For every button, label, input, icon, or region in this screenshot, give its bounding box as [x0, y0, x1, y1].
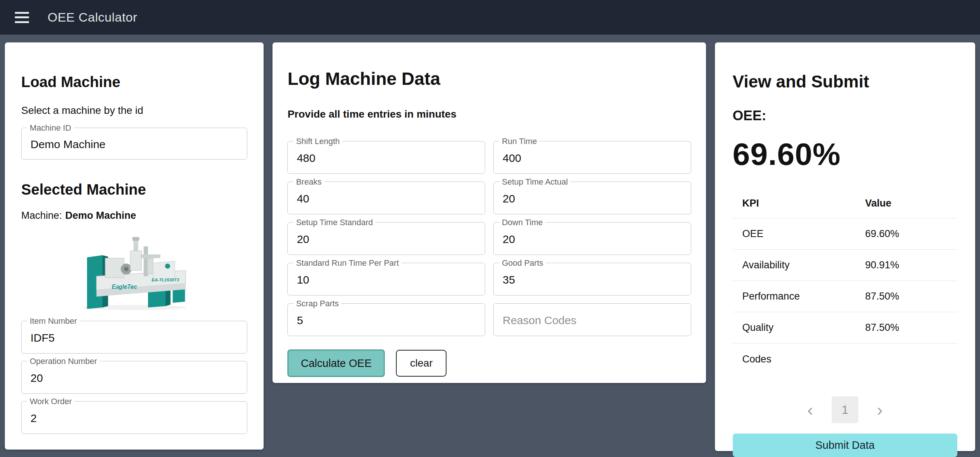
standard-run-time-per-part-value: 10: [297, 273, 309, 286]
machine-id-select[interactable]: Machine ID Demo Machine: [21, 128, 247, 160]
kpi-cell: Availability: [733, 259, 865, 271]
machine-id-label: Machine ID: [27, 123, 73, 133]
table-row-availability: Availability 90.91%: [733, 250, 957, 281]
kpi-table-header: KPI Value: [733, 189, 957, 219]
standard-run-time-per-part-label: Standard Run Time Per Part: [293, 258, 401, 268]
calculate-oee-button[interactable]: Calculate OEE: [287, 350, 385, 377]
setup-time-actual-field[interactable]: Setup Time Actual 20: [493, 182, 691, 214]
oee-label: OEE:: [733, 108, 957, 123]
menu-icon[interactable]: [15, 12, 29, 23]
page-1-button[interactable]: 1: [832, 396, 858, 423]
item-number-value: IDF5: [30, 332, 55, 344]
table-row-quality: Quality 87.50%: [733, 312, 957, 344]
table-row-codes: Codes: [733, 344, 957, 375]
kpi-header: KPI: [733, 198, 865, 209]
item-number-field[interactable]: Item Number IDF5: [21, 321, 247, 353]
work-order-value: 2: [30, 412, 37, 425]
selected-machine-title: Selected Machine: [21, 181, 247, 198]
log-machine-data-panel: Log Machine Data Provide all time entrie…: [272, 42, 706, 383]
kpi-cell: Codes: [733, 353, 865, 365]
chevron-right-icon[interactable]: ›: [874, 401, 886, 418]
pagination: ‹ 1 ›: [733, 396, 957, 423]
reason-codes-field[interactable]: Reason Codes: [493, 303, 691, 336]
scrap-parts-label: Scrap Parts: [293, 299, 341, 308]
time-entry-grid: Shift Length 480 Run Time 400 Breaks 40 …: [287, 141, 691, 336]
breaks-field[interactable]: Breaks 40: [287, 182, 485, 214]
setup-time-actual-value: 20: [503, 192, 515, 205]
kpi-cell: Performance: [733, 291, 865, 302]
load-machine-title: Load Machine: [21, 74, 247, 90]
machine-model-label: EA-TL1530T3: [152, 277, 180, 282]
run-time-field[interactable]: Run Time 400: [493, 141, 691, 174]
operation-number-label: Operation Number: [27, 356, 100, 366]
value-cell: 87.50%: [865, 322, 957, 334]
clear-button[interactable]: clear: [396, 350, 447, 377]
selected-machine-line: Machine:Demo Machine: [21, 210, 247, 221]
submit-data-button[interactable]: Submit Data: [733, 433, 957, 457]
main-content: Load Machine Select a machine by the id …: [0, 35, 980, 451]
top-app-bar: OEE Calculator: [0, 0, 980, 35]
good-parts-label: Good Parts: [499, 258, 546, 268]
table-row-performance: Performance 87.50%: [733, 281, 957, 312]
view-submit-title: View and Submit: [733, 72, 957, 91]
table-row-oee: OEE 69.60%: [733, 219, 957, 250]
load-machine-panel: Load Machine Select a machine by the id …: [5, 42, 264, 449]
item-number-label: Item Number: [27, 316, 80, 326]
breaks-label: Breaks: [293, 177, 324, 187]
good-parts-value: 35: [503, 273, 515, 286]
machine-prefix: Machine:: [21, 210, 62, 221]
setup-time-standard-field[interactable]: Setup Time Standard 20: [287, 222, 485, 255]
setup-time-actual-label: Setup Time Actual: [499, 177, 570, 187]
down-time-label: Down Time: [499, 218, 546, 227]
view-submit-panel: View and Submit OEE: 69.60% KPI Value OE…: [715, 42, 975, 451]
time-entries-note: Provide all time entries in minutes: [287, 108, 691, 120]
shift-length-value: 480: [297, 152, 315, 165]
work-order-field[interactable]: Work Order 2: [21, 401, 247, 434]
machine-id-value: Demo Machine: [30, 138, 106, 151]
kpi-cell: Quality: [733, 322, 865, 334]
chevron-left-icon[interactable]: ‹: [804, 401, 816, 418]
value-cell: 69.60%: [865, 228, 957, 240]
value-cell: 90.91%: [865, 259, 957, 271]
kpi-cell: OEE: [733, 228, 865, 240]
down-time-field[interactable]: Down Time 20: [493, 222, 691, 255]
value-cell: 87.50%: [865, 291, 957, 302]
operation-number-field[interactable]: Operation Number 20: [21, 361, 247, 394]
setup-time-standard-label: Setup Time Standard: [293, 218, 375, 227]
scrap-parts-field[interactable]: Scrap Parts 5: [287, 303, 485, 336]
run-time-label: Run Time: [499, 137, 539, 146]
action-buttons-row: Calculate OEE clear: [287, 350, 691, 377]
setup-time-standard-value: 20: [297, 233, 309, 246]
down-time-value: 20: [503, 233, 515, 246]
machine-image: EagleTec EA-TL1530T3: [73, 236, 196, 312]
breaks-value: 40: [297, 192, 309, 205]
app-title: OEE Calculator: [48, 10, 137, 24]
machine-brand-label: EagleTec: [112, 284, 137, 290]
operation-number-value: 20: [30, 372, 43, 384]
reason-codes-placeholder: Reason Codes: [503, 314, 576, 327]
standard-run-time-per-part-field[interactable]: Standard Run Time Per Part 10: [287, 263, 485, 296]
log-machine-data-title: Log Machine Data: [287, 69, 691, 89]
good-parts-field[interactable]: Good Parts 35: [493, 263, 691, 296]
machine-detail-fields: Item Number IDF5 Operation Number 20 Wor…: [21, 321, 247, 434]
load-machine-subtitle: Select a machine by the id: [21, 105, 247, 117]
work-order-label: Work Order: [27, 397, 74, 406]
value-header: Value: [865, 198, 957, 209]
shift-length-field[interactable]: Shift Length 480: [287, 141, 485, 174]
run-time-value: 400: [503, 152, 521, 165]
kpi-table: KPI Value OEE 69.60% Availability 90.91%…: [733, 189, 957, 375]
scrap-parts-value: 5: [297, 314, 303, 327]
machine-name: Demo Machine: [65, 210, 137, 221]
oee-big-value: 69.60%: [733, 136, 957, 172]
shift-length-label: Shift Length: [293, 137, 342, 146]
